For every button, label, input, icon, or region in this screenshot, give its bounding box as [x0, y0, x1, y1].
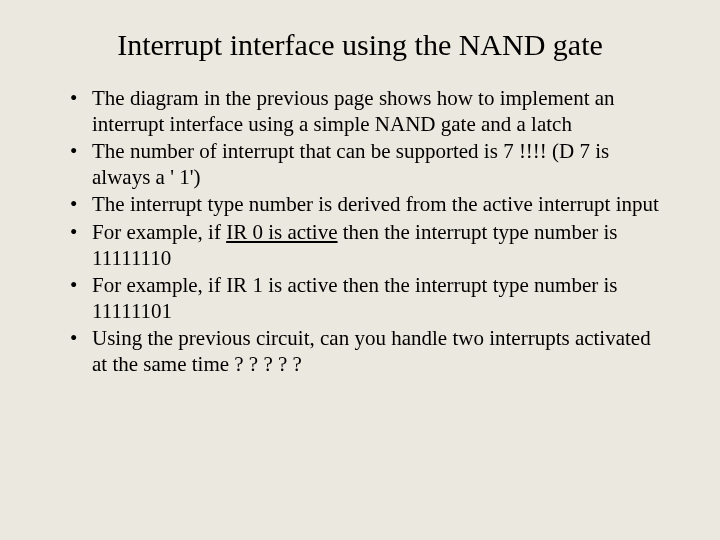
list-item: For example, if IR 0 is active then the … — [76, 220, 662, 271]
list-item: The interrupt type number is derived fro… — [76, 192, 662, 218]
bullet-segment-underline: IR 0 is active — [226, 220, 337, 244]
list-item: Using the previous circuit, can you hand… — [76, 326, 662, 377]
list-item: For example, if IR 1 is active then the … — [76, 273, 662, 324]
slide-title: Interrupt interface using the NAND gate — [48, 28, 672, 62]
slide: Interrupt interface using the NAND gate … — [0, 0, 720, 540]
bullet-segment: The number of interrupt that can be supp… — [92, 139, 609, 189]
bullet-segment: For example, if IR 1 is active then the … — [92, 273, 617, 323]
list-item: The number of interrupt that can be supp… — [76, 139, 662, 190]
bullet-list: The diagram in the previous page shows h… — [48, 86, 672, 378]
bullet-segment: Using the previous circuit, can you hand… — [92, 326, 651, 376]
bullet-segment: For example, if — [92, 220, 226, 244]
bullet-segment: The interrupt type number is derived fro… — [92, 192, 659, 216]
bullet-segment: The diagram in the previous page shows h… — [92, 86, 615, 136]
list-item: The diagram in the previous page shows h… — [76, 86, 662, 137]
